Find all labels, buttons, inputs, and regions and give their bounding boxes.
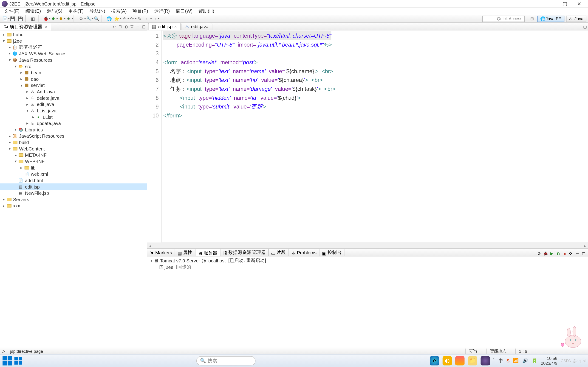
taskbar-search[interactable]: 🔍 搜索 (196, 356, 256, 365)
twisty-icon[interactable]: ▸ (2, 32, 6, 36)
tree-node[interactable]: ▾📦Java Resources (0, 57, 147, 63)
close-icon[interactable]: × (174, 24, 177, 29)
server-debug-button[interactable]: 🐞 (543, 250, 548, 256)
tree-node[interactable]: ▸xxx (0, 202, 147, 209)
servers-view[interactable]: ▾ 🖥 Tomcat v7.0 Server @ localhost [已启动,… (147, 257, 588, 348)
tree-node[interactable]: ▸♨delete.java (0, 95, 147, 101)
tray-chevron-icon[interactable]: ˄ (493, 358, 495, 363)
twisty-icon[interactable]: ▸ (26, 102, 30, 106)
tree-node[interactable]: ▤edit.jsp (0, 183, 147, 190)
file-explorer-icon[interactable]: 📁 (468, 356, 477, 365)
server-publish-button[interactable]: ⟳ (568, 250, 574, 256)
server-profile-button[interactable]: ◐ (556, 250, 561, 256)
twisty-icon[interactable]: ▸ (19, 70, 24, 75)
app-icon[interactable] (455, 356, 465, 365)
tab-snippets[interactable]: ▭片段 (268, 249, 289, 256)
tree-node[interactable]: ▸♨edit.java (0, 101, 147, 107)
menu-window[interactable]: 窗口(W) (173, 8, 195, 15)
server-module-row[interactable]: ◳ j2ee [同步的] (149, 264, 586, 270)
server-stop-button[interactable]: ■ (562, 250, 567, 256)
system-tray[interactable]: ˄ 中 S 📶 🔊 🔋 10:56 2023/4/9 CSDN @qq_si (493, 356, 586, 365)
tree-node[interactable]: ▾servlet (0, 82, 147, 88)
twisty-icon[interactable]: ▸ (8, 51, 12, 56)
prev-annotation-button[interactable]: ↶ (121, 15, 128, 22)
save-all-button[interactable]: 💾 (17, 15, 24, 22)
next-annotation-button[interactable]: ↷ (129, 15, 135, 22)
open-perspective-button[interactable]: ⊞ (529, 15, 536, 22)
twisty-icon[interactable]: ▸ (8, 140, 12, 144)
menu-file[interactable]: 文件(F) (2, 8, 22, 15)
tree-node[interactable]: ▸build (0, 139, 147, 145)
tree-node[interactable]: ▸●LList (0, 114, 147, 120)
tab-markers[interactable]: ⚑Markers (147, 249, 175, 256)
tree-node[interactable]: ▸📜JavaScript Resources (0, 133, 147, 139)
twisty-icon[interactable]: ▾ (14, 64, 18, 68)
tab-datasource[interactable]: 🗄数据源资源管理器 (220, 249, 268, 256)
menu-refactor[interactable]: 重构(T) (66, 8, 86, 15)
perspective-java[interactable]: ♨ Java (566, 15, 586, 22)
save-button[interactable]: 💾 (9, 15, 16, 22)
tree-node[interactable]: ▸META-INF (0, 152, 147, 158)
menu-navigate[interactable]: 导航(N) (87, 8, 108, 15)
server-start-button[interactable]: ▶ (549, 250, 555, 256)
twisty-icon[interactable]: ▸ (2, 197, 6, 201)
close-button[interactable]: ✕ (572, 0, 586, 7)
tree-node[interactable]: ▸📚Libraries (0, 126, 147, 133)
perspective-javaee[interactable]: 🌐 Java EE (537, 15, 564, 22)
twisty-icon[interactable]: ▸ (8, 45, 12, 49)
twisty-icon[interactable]: ▾ (8, 58, 12, 62)
editor-tab-editjava[interactable]: ♨ edit.java (182, 23, 212, 30)
search-button[interactable]: 🔍 (93, 15, 100, 22)
twisty-icon[interactable]: ▸ (31, 115, 35, 119)
view-menu-button[interactable]: ▽ (129, 23, 135, 29)
tree-node[interactable]: ▸huhu (0, 31, 147, 38)
explorer-tab[interactable]: 🗂 项目资源管理器 × (0, 23, 51, 30)
twisty-icon[interactable]: ▸ (26, 90, 30, 94)
run-last-button[interactable] (58, 15, 64, 22)
twisty-icon[interactable]: ▾ (26, 108, 30, 112)
menu-run[interactable]: 运行(R) (152, 8, 173, 15)
twisty-icon[interactable]: ▸ (14, 153, 18, 157)
tree-node[interactable]: ▾j2ee (0, 38, 147, 44)
tree-node[interactable]: ▸bean (0, 69, 147, 76)
menu-help[interactable]: 帮助(H) (196, 8, 217, 15)
twisty-icon[interactable]: ▸ (19, 165, 24, 169)
tree-node[interactable]: ▤NewFile.jsp (0, 190, 147, 196)
tree-node[interactable]: ▾WebContent (0, 145, 147, 152)
server-noprofile-button[interactable]: ⊘ (536, 250, 542, 256)
twisty-icon[interactable]: ▸ (14, 127, 18, 131)
twisty-icon[interactable]: ▸ (19, 77, 24, 81)
toggle-breadcrumbs-button[interactable]: ◧ (30, 15, 36, 22)
tree-node[interactable]: ▸♨Add.java (0, 88, 147, 95)
minimize-view-button[interactable]: ─ (135, 23, 141, 29)
start-button-center[interactable] (15, 357, 22, 365)
maximize-panel-button[interactable]: ▢ (581, 250, 586, 256)
open-task-button[interactable]: ⭐ (113, 15, 120, 22)
tree-node[interactable]: ▸♨update.java (0, 120, 147, 126)
editor-hscrollbar[interactable]: ◂ ▸ (147, 242, 588, 248)
start-button[interactable] (2, 356, 12, 365)
menu-project[interactable]: 项目(P) (130, 8, 151, 15)
maximize-view-button[interactable]: ▢ (141, 23, 147, 29)
menu-search[interactable]: 搜索(A) (109, 8, 129, 15)
tree-node[interactable]: ▾WEB-INF (0, 158, 147, 165)
tray-ime-icon[interactable]: 中 (498, 357, 503, 364)
tree-node[interactable]: ▾♨LList.java (0, 107, 147, 114)
browser360-icon[interactable]: ◐ (443, 356, 452, 365)
twisty-icon[interactable]: ▾ (8, 146, 12, 150)
run-button[interactable] (50, 15, 57, 22)
tree-node[interactable]: ▸📋部署描述符: (0, 44, 147, 50)
twisty-icon[interactable]: ▾ (149, 258, 154, 262)
link-editor-button[interactable]: ⇄ (111, 23, 117, 29)
tree-node[interactable]: 📄add.html (0, 177, 147, 184)
tab-servers[interactable]: 🖥服务器 (195, 249, 221, 256)
close-icon[interactable]: × (45, 24, 47, 29)
external-tools-button[interactable] (65, 15, 72, 22)
maximize-button[interactable]: ▢ (558, 0, 572, 7)
minimize-editor-button[interactable]: ─ (576, 24, 582, 30)
tree-node[interactable]: ▸Servers (0, 196, 147, 202)
twisty-icon[interactable]: ▸ (26, 121, 30, 125)
tree-node[interactable]: 📄web.xml (0, 171, 147, 177)
tree-node[interactable]: ▸🌐JAX-WS Web Services (0, 50, 147, 57)
twisty-icon[interactable]: ▾ (2, 39, 6, 43)
